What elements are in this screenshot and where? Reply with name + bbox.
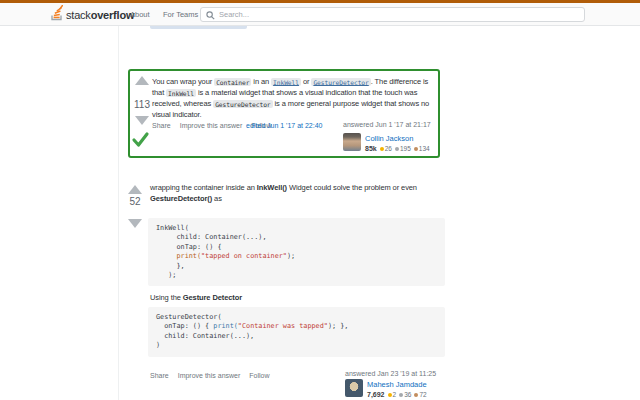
stackoverflow-page: stackoverflow About For Teams 113 You: [0, 0, 640, 400]
gold-badge-icon: [380, 147, 384, 151]
code-text: [156, 252, 176, 260]
downvote-button[interactable]: [128, 219, 142, 228]
partial-highlighted-element: [150, 26, 247, 29]
content-left-border: [118, 26, 119, 400]
nav-for-teams[interactable]: For Teams: [158, 3, 203, 25]
code-text: );: [287, 252, 295, 260]
code-line: },: [156, 262, 437, 271]
code-token-string: "tapped on container": [201, 252, 287, 260]
share-link[interactable]: Share: [150, 372, 169, 379]
search-input[interactable]: [219, 10, 579, 19]
code-token-print: print(: [176, 252, 201, 260]
user-name-link[interactable]: Collin Jackson: [365, 134, 413, 143]
downvote-button[interactable]: [135, 116, 149, 125]
answer-text: wrapping the container inside an: [150, 183, 257, 192]
accepted-check-icon: [131, 130, 150, 149]
answer-text: in an: [251, 77, 271, 86]
answer-text: You can wrap your: [152, 77, 214, 86]
search-box[interactable]: [200, 7, 585, 22]
code-line: child: Container(...),: [156, 332, 437, 341]
silver-badge-icon: [399, 393, 403, 397]
inline-code-link[interactable]: InkWell: [271, 78, 301, 86]
code-token-string: "Container was tapped": [238, 322, 328, 330]
bronze-badge-count: 72: [419, 391, 426, 398]
search-icon: [206, 6, 215, 24]
answer-body: You can wrap your Container in an InkWel…: [152, 76, 438, 120]
vote-count: 52: [123, 196, 147, 207]
code-token-print: print(: [213, 322, 238, 330]
gold-badge-count: 26: [385, 145, 392, 152]
code-block-inkwell: InkWell( child: Container(...), onTap: (…: [148, 218, 445, 286]
silver-badge-count: 36: [404, 391, 411, 398]
nav-about[interactable]: About: [125, 3, 155, 25]
user-reputation: 85k26195134: [365, 145, 430, 152]
answer-text: as: [212, 194, 222, 203]
answer-text: Using the: [150, 293, 183, 302]
answer-text: or: [301, 77, 311, 86]
improve-link[interactable]: Improve this answer: [180, 122, 243, 129]
share-link[interactable]: Share: [152, 122, 171, 129]
inline-code-link[interactable]: GestureDetector: [311, 78, 370, 86]
code-line: );: [156, 271, 437, 280]
inline-code: GestureDetector: [213, 100, 272, 108]
code-text: onTap: () {: [156, 322, 213, 330]
code-text: ); },: [328, 322, 348, 330]
code-line: onTap: () { print("Container was tapped"…: [156, 322, 437, 331]
code-line: child: Container(...),: [156, 233, 437, 242]
stackoverflow-logo[interactable]: stackoverflow: [50, 7, 134, 23]
upvote-button[interactable]: [135, 76, 149, 85]
code-line: onTap: () {: [156, 243, 437, 252]
bronze-badge-icon: [414, 147, 418, 151]
using-gesture-detector-text: Using the Gesture Detector: [150, 292, 242, 303]
code-block-gesturedetector: GestureDetector( onTap: () { print("Cont…: [148, 307, 445, 357]
reputation-score: 7,692: [367, 391, 385, 398]
gold-badge-count: 2: [393, 391, 397, 398]
inline-code: InkWell: [166, 89, 196, 97]
follow-link[interactable]: Follow: [249, 372, 269, 379]
stackoverflow-logo-icon: [50, 5, 63, 25]
edited-timestamp-link[interactable]: edited Jun 1 '17 at 22:40: [246, 122, 322, 129]
reputation-score: 85k: [365, 145, 377, 152]
code-line: ): [156, 341, 437, 350]
user-reputation: 7,69223672: [367, 391, 427, 398]
improve-link[interactable]: Improve this answer: [178, 372, 241, 379]
vote-count: 113: [130, 99, 154, 110]
gold-badge-icon: [388, 393, 392, 397]
code-line: print("tapped on container");: [156, 252, 437, 261]
user-name-link[interactable]: Mahesh Jamdade: [367, 380, 427, 389]
silver-badge-count: 195: [400, 145, 411, 152]
bronze-badge-count: 134: [419, 145, 430, 152]
silver-badge-icon: [395, 147, 399, 151]
inline-bold: InkWell(): [257, 183, 287, 192]
code-line: GestureDetector(: [156, 313, 437, 322]
upvote-button[interactable]: [128, 185, 142, 194]
code-line: InkWell(: [156, 224, 437, 233]
inline-bold: Gesture Detector: [183, 293, 242, 302]
avatar[interactable]: [345, 379, 363, 397]
bronze-badge-icon: [414, 393, 418, 397]
inline-code: Container: [214, 78, 251, 86]
answered-timestamp: answered Jun 1 '17 at 21:17: [343, 121, 431, 128]
answered-timestamp: answered Jan 23 '19 at 11:25: [345, 370, 436, 377]
answer-body: wrapping the container inside an InkWell…: [150, 182, 436, 204]
answer-actions: Share Improve this answer Follow: [150, 372, 270, 379]
site-header: stackoverflow About For Teams: [0, 3, 640, 26]
avatar[interactable]: [343, 133, 361, 151]
inline-bold: GestureDetector(): [150, 194, 212, 203]
accepted-answer: 113 You can wrap your Container in an In…: [128, 69, 440, 158]
answer-text: Widget could solve the problem or even: [287, 183, 417, 192]
